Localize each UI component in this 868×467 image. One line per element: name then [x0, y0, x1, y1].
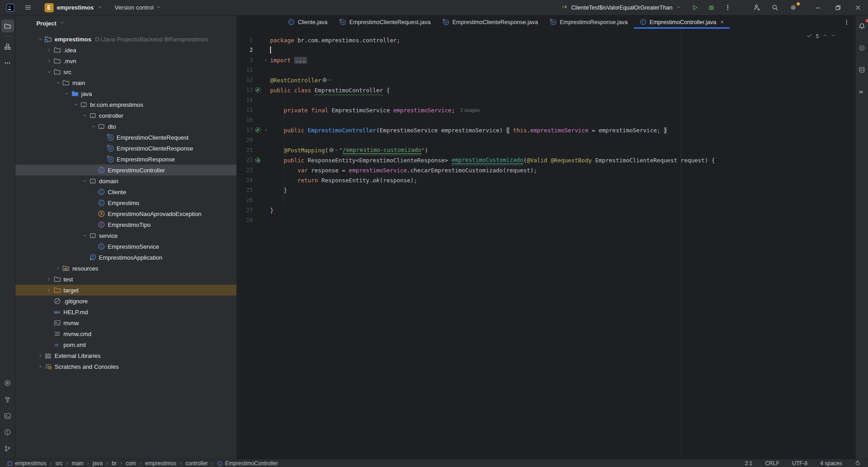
build-tool-button[interactable] — [1, 393, 14, 406]
vcs-widget[interactable]: Version control — [115, 4, 162, 11]
project-panel-header[interactable]: Project — [15, 15, 236, 31]
tree-item-mvnw[interactable]: mvnw — [15, 317, 236, 328]
code-line-20[interactable]: 20 — [236, 135, 855, 145]
restore-button[interactable] — [828, 0, 848, 15]
code-line-22[interactable]: 22 public ResponseEntity<EmprestimoClien… — [236, 155, 855, 165]
tab-emprestimoclienteresponse-java[interactable]: REmprestimoClienteResponse.java — [437, 15, 544, 29]
project-tool-button[interactable] — [1, 20, 14, 32]
tab-close-button[interactable]: × — [720, 19, 724, 25]
line-number[interactable]: 1 — [237, 37, 253, 43]
git-tool-button[interactable] — [1, 442, 14, 455]
chevron-down-icon[interactable] — [45, 69, 53, 75]
tree-item-controller[interactable]: controller — [15, 110, 236, 121]
code-line-2[interactable]: 2 — [236, 45, 855, 55]
code-line-14[interactable]: 14 — [236, 95, 855, 105]
breadcrumb-item[interactable]: br — [110, 460, 118, 467]
code-line-25[interactable]: 25 } — [236, 185, 855, 195]
chevron-right-icon[interactable] — [54, 266, 62, 271]
tree-item-emprestimo[interactable]: CEmprestimo — [15, 197, 236, 208]
terminal-tool-button[interactable] — [1, 409, 14, 422]
breadcrumb-item[interactable]: com — [124, 460, 137, 467]
caret-position[interactable]: 2:1 — [745, 460, 753, 467]
breadcrumb-item[interactable]: src — [54, 460, 64, 467]
code-line-21[interactable]: 21 @PostMapping("/emprestimo-customizado… — [236, 145, 855, 155]
code-line-3[interactable]: 3import ... — [236, 55, 855, 65]
code-line-11[interactable]: 11 — [236, 65, 855, 75]
assistant-button[interactable] — [856, 41, 868, 54]
chevron-down-icon[interactable] — [72, 102, 80, 107]
tree-item-cliente[interactable]: CCliente — [15, 186, 236, 197]
line-number[interactable]: 25 — [237, 187, 253, 193]
breadcrumb-item[interactable]: controller — [184, 460, 209, 467]
tree-item-emprestimoservice[interactable]: CEmprestimoService — [15, 241, 236, 252]
problems-tool-button[interactable] — [1, 426, 14, 438]
line-number[interactable]: 11 — [237, 67, 253, 73]
tab-emprestimoresponse-java[interactable]: REmprestimoResponse.java — [544, 15, 633, 29]
main-menu-button[interactable] — [21, 2, 35, 14]
code-line-12[interactable]: 12@RestController — [236, 75, 855, 85]
line-number[interactable]: 23 — [237, 167, 253, 173]
tree-item-domain[interactable]: domain — [15, 176, 236, 186]
settings-button[interactable] — [786, 2, 800, 14]
request-mapping-globe-icon[interactable] — [322, 77, 332, 83]
tab-list-button[interactable] — [843, 15, 850, 29]
tab-emprestimocontroller-java[interactable]: CEmprestimoController.java× — [634, 15, 730, 29]
tree-item--idea[interactable]: .idea — [15, 45, 236, 55]
line-number[interactable]: 17 — [237, 127, 253, 133]
code-line-27[interactable]: 27} — [236, 205, 855, 215]
spring-bean-icon[interactable] — [255, 87, 261, 93]
notifications-button[interactable] — [856, 20, 868, 32]
chevron-right-icon[interactable] — [45, 47, 53, 53]
add-user-button[interactable] — [750, 2, 763, 14]
endpoint-icon[interactable] — [255, 157, 261, 163]
structure-tool-button[interactable] — [1, 40, 14, 53]
line-number[interactable]: 26 — [237, 197, 253, 203]
request-mapping-globe-icon[interactable] — [329, 147, 339, 153]
tree-item-emprestimoclienterequest[interactable]: REmprestimoClienteRequest — [15, 132, 236, 143]
minimize-button[interactable] — [808, 0, 828, 15]
tree-item-resources[interactable]: resources — [15, 263, 236, 274]
line-number[interactable]: 27 — [237, 207, 253, 213]
code-line-17[interactable]: 17 public EmprestimoController(Emprestim… — [236, 125, 855, 135]
line-number[interactable]: 20 — [237, 137, 253, 143]
tree-item-emprestimoclienteresponse[interactable]: REmprestimoClienteResponse — [15, 143, 236, 154]
chevron-down-icon[interactable] — [63, 91, 71, 96]
chevron-down-icon[interactable] — [81, 113, 89, 118]
chevron-right-icon[interactable] — [45, 276, 53, 282]
chevron-down-icon[interactable] — [36, 36, 44, 42]
tree-item-target[interactable]: target — [15, 285, 236, 296]
tree-item-java[interactable]: java — [15, 88, 236, 99]
tree-item-help-md[interactable]: MHELP.md — [15, 306, 236, 317]
line-number[interactable]: 14 — [237, 97, 253, 103]
tab-cliente-java[interactable]: CCliente.java — [282, 15, 333, 29]
chevron-down-icon[interactable] — [81, 233, 89, 238]
code-line-24[interactable]: 24 return ResponseEntity.ok(response); — [236, 175, 855, 185]
tree-item--gitignore[interactable]: .gitignore — [15, 296, 236, 306]
code-line-15[interactable]: 15 private final EmprestimoService empre… — [236, 105, 855, 115]
chevron-right-icon[interactable] — [45, 58, 53, 64]
line-number[interactable]: 15 — [237, 107, 253, 113]
breadcrumb-item[interactable]: java — [91, 460, 104, 467]
chevron-right-icon[interactable] — [36, 353, 44, 358]
tree-item-emprestimotipo[interactable]: EEmprestimoTipo — [15, 219, 236, 230]
services-tool-button[interactable] — [1, 377, 14, 389]
chevron-right-icon[interactable] — [264, 58, 268, 62]
spring-bean-icon[interactable] — [255, 127, 261, 133]
tree-item-emprestimocontroller[interactable]: CEmprestimoController — [15, 165, 236, 176]
code-line-26[interactable]: 26 — [236, 195, 855, 205]
tree-item-pom-xml[interactable]: mpom.xml — [15, 339, 236, 350]
chevron-down-icon[interactable] — [90, 124, 97, 129]
line-separator[interactable]: CRLF — [765, 460, 779, 467]
tree-item-emprestimonaoaprovadoexception[interactable]: EmprestimoNaoAprovadoException — [15, 208, 236, 219]
chevron-down-icon[interactable] — [81, 178, 89, 184]
code-line-28[interactable]: 28 — [236, 215, 855, 225]
chevron-right-icon[interactable] — [36, 364, 44, 369]
database-button[interactable] — [856, 63, 868, 76]
code-line-16[interactable]: 16 — [236, 115, 855, 125]
line-number[interactable]: 22 — [237, 157, 253, 163]
tree-item-emprestimoresponse[interactable]: REmprestimoResponse — [15, 154, 236, 165]
close-button[interactable] — [848, 0, 868, 15]
breadcrumb-item[interactable]: emprestimos — [144, 460, 178, 467]
file-encoding[interactable]: UTF-8 — [792, 460, 808, 467]
debug-button[interactable] — [704, 2, 718, 14]
